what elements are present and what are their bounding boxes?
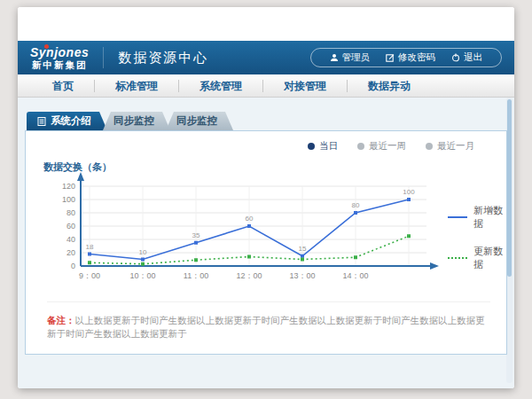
- svg-text:80: 80: [66, 208, 75, 217]
- brand-logo: Synjones 新中新集团: [30, 46, 89, 70]
- svg-text:18: 18: [86, 243, 94, 251]
- svg-text:10: 10: [139, 248, 147, 256]
- nav-item-data-change[interactable]: 数据异动: [348, 79, 431, 93]
- logout-button[interactable]: 退出: [443, 51, 490, 64]
- solid-line-icon: [448, 216, 467, 218]
- main-nav: 首页 标准管理 系统管理 对接管理 数据异动: [18, 74, 514, 98]
- user-label: 管理员: [342, 51, 371, 64]
- radio-dot-icon: [308, 143, 315, 150]
- svg-text:60: 60: [246, 215, 254, 223]
- logo-text: Synjones: [30, 46, 89, 59]
- svg-text:11：00: 11：00: [184, 271, 208, 280]
- page-title: 数据资源中心: [103, 47, 208, 68]
- edit-icon: [386, 53, 395, 62]
- header-bar: Synjones 新中新集团 数据资源中心 管理员 修改密码 退出: [18, 41, 514, 74]
- radio-label: 当日: [319, 140, 338, 153]
- nav-item-interface-mgmt[interactable]: 对接管理: [263, 79, 347, 93]
- tab-sync-monitor-1[interactable]: 同步监控: [103, 112, 170, 130]
- document-icon: [37, 117, 46, 126]
- change-password-label: 修改密码: [398, 51, 435, 64]
- svg-text:100: 100: [403, 188, 415, 196]
- nav-item-home[interactable]: 首页: [32, 79, 94, 93]
- radio-label: 最近一月: [437, 140, 474, 153]
- svg-text:80: 80: [352, 201, 360, 209]
- radio-label: 最近一周: [369, 140, 406, 153]
- nav-item-system-mgmt[interactable]: 系统管理: [179, 79, 262, 93]
- scrollbar-thumb[interactable]: [507, 99, 512, 277]
- legend-label: 更新数据: [473, 245, 506, 271]
- user-icon: [330, 53, 339, 62]
- chart-legend: 新增数据 更新数据: [448, 204, 506, 271]
- chart-panel: 当日 最近一周 最近一月 数据交换（条）0204060801001209：001…: [25, 130, 507, 355]
- change-password-button[interactable]: 修改密码: [378, 51, 443, 64]
- svg-text:0: 0: [71, 262, 75, 270]
- current-user-button[interactable]: 管理员: [322, 51, 379, 64]
- tab-system-intro[interactable]: 系统介绍: [27, 112, 107, 130]
- nav-item-standard-mgmt[interactable]: 标准管理: [95, 79, 178, 93]
- svg-text:9：00: 9：00: [79, 271, 100, 280]
- content-area: 系统介绍 同步监控 同步监控 当日 最近一周: [18, 98, 514, 388]
- svg-text:20: 20: [66, 248, 75, 257]
- svg-text:10：00: 10：00: [129, 271, 155, 280]
- logout-label: 退出: [464, 51, 482, 64]
- tab-label: 系统介绍: [51, 114, 91, 128]
- legend-item-new-data[interactable]: 新增数据: [448, 204, 506, 231]
- svg-text:12：00: 12：00: [236, 271, 262, 280]
- radio-dot-icon: [426, 143, 433, 150]
- tab-sync-monitor-2[interactable]: 同步监控: [166, 112, 233, 130]
- footnote-prefix: 备注：: [47, 315, 75, 325]
- radio-last-week[interactable]: 最近一周: [357, 140, 406, 153]
- tab-label: 同步监控: [113, 114, 154, 128]
- svg-text:60: 60: [66, 222, 75, 231]
- top-strip: [18, 7, 514, 41]
- page-card: Synjones 新中新集团 数据资源中心 管理员 修改密码 退出 首页 标准管…: [18, 7, 514, 388]
- radio-dot-icon: [357, 143, 364, 150]
- tab-strip: 系统介绍 同步监控 同步监控: [27, 112, 507, 130]
- legend-item-updated-data[interactable]: 更新数据: [448, 245, 506, 271]
- svg-text:40: 40: [66, 235, 75, 244]
- svg-text:35: 35: [192, 231, 200, 239]
- svg-text:13：00: 13：00: [289, 271, 315, 280]
- vertical-scrollbar[interactable]: [506, 98, 512, 383]
- line-chart: 数据交换（条）0204060801001209：0010：0011：0012：0…: [36, 158, 442, 291]
- svg-text:数据交换（条）: 数据交换（条）: [43, 161, 112, 173]
- footnote-text: 以上数据更新于时间产生数据以上数据更新于时间产生数据以上数据更新于时间产生数据以…: [47, 315, 485, 339]
- svg-text:120: 120: [62, 182, 75, 191]
- svg-text:100: 100: [62, 195, 75, 204]
- radio-today[interactable]: 当日: [308, 140, 338, 153]
- footnote: 备注：以上数据更新于时间产生数据以上数据更新于时间产生数据以上数据更新于时间产生…: [47, 301, 490, 340]
- chart-row: 数据交换（条）0204060801001209：0010：0011：0012：0…: [26, 131, 506, 291]
- svg-text:15: 15: [299, 245, 307, 253]
- power-icon: [451, 53, 460, 62]
- logo-red-dot-icon: [44, 44, 49, 49]
- legend-label: 新增数据: [473, 204, 506, 231]
- tab-label: 同步监控: [176, 114, 217, 128]
- dotted-line-icon: [448, 257, 467, 259]
- radio-last-month[interactable]: 最近一月: [426, 140, 474, 153]
- user-bar: 管理员 修改密码 退出: [310, 48, 503, 67]
- time-range-filter: 当日 最近一周 最近一月: [308, 140, 474, 153]
- logo-subtext: 新中新集团: [30, 60, 89, 70]
- svg-text:14：00: 14：00: [342, 271, 368, 280]
